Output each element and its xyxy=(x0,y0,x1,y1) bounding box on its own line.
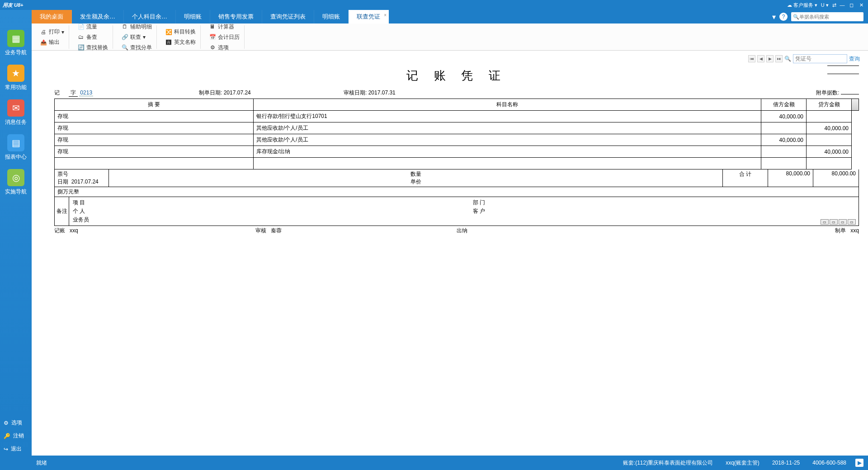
print-button[interactable]: 🖨打印 ▾ xyxy=(39,28,65,36)
barcode-input[interactable] xyxy=(799,14,862,19)
table-row[interactable]: 存现其他应收款/个人/员工40,000.00 xyxy=(55,134,859,146)
field-person: 个 人 xyxy=(73,208,85,214)
nav-exit[interactable]: ↪退出 xyxy=(0,442,32,456)
nav-logout[interactable]: 🔑注销 xyxy=(0,429,32,442)
title-bar: 用友 U8+ ☁ 客户服务 ▾ U ▾ ⇄ — ◻ ✕ xyxy=(0,0,868,10)
tab-overflow-menu[interactable]: ▾ xyxy=(772,13,776,21)
bill-date-label: 日期 xyxy=(57,179,68,185)
nav-business[interactable]: ▦业务导航 xyxy=(0,27,32,62)
voucher-prefix: 记 xyxy=(54,89,60,96)
bill-no-label: 票号 xyxy=(57,171,68,177)
total-label: 合 计 xyxy=(723,169,768,187)
tab-personal-subject[interactable]: 个人科目余… xyxy=(124,10,176,24)
sign-maker-label: 制单 xyxy=(835,227,846,234)
status-user: xxq(账套主管) xyxy=(726,459,760,467)
close-button[interactable]: ✕ xyxy=(857,2,865,8)
nav-messages[interactable]: ✉消息任务 xyxy=(0,97,32,132)
nav-reports-label: 报表中心 xyxy=(5,154,27,160)
voucher-title: 记 账 凭 证 xyxy=(54,68,859,84)
findrep-label: 查找替换 xyxy=(86,44,108,52)
find-replace-button[interactable]: 🔄查找替换 xyxy=(76,43,109,52)
find-split-button[interactable]: 🔍查找分单 xyxy=(120,43,153,52)
voucher-document: 记 账 凭 证 记 字 0213 制单日期: 2017.07.24 审核日期: … xyxy=(54,68,859,235)
calc-label: 计算器 xyxy=(218,23,234,31)
table-row[interactable]: 存现其他应收款/个人/员工40,000.00 xyxy=(55,122,859,134)
maximize-button[interactable]: ◻ xyxy=(848,2,856,8)
flow-icon: 📄 xyxy=(77,23,85,30)
total-debit: 80,000.00 xyxy=(768,169,813,187)
nav-impl[interactable]: ◎实施导航 xyxy=(0,166,32,201)
voucher-header: 记 字 0213 制单日期: 2017.07.24 审核日期: 2017.07.… xyxy=(54,89,859,97)
tab-close-icon[interactable]: × xyxy=(384,13,387,18)
sign-cashier-label: 出纳 xyxy=(457,227,467,234)
print-label: 打印 xyxy=(49,28,60,36)
attach-icon-3[interactable]: ▭ xyxy=(839,219,847,225)
nav-messages-label: 消息任务 xyxy=(5,119,27,125)
calc-icon: 🖩 xyxy=(209,23,216,30)
col-summary: 摘 要 xyxy=(55,99,254,111)
tab-strip: 我的桌面 发生额及余… 个人科目余… 明细账 销售专用发票 查询凭证列表 明细账… xyxy=(0,10,868,24)
english-name-button[interactable]: 🅰英文名称 xyxy=(164,38,197,47)
help-button[interactable]: ? xyxy=(779,13,788,21)
sign-audit-label: 审核 xyxy=(255,227,266,234)
output-button[interactable]: 📤输出 xyxy=(39,38,65,47)
nav-options[interactable]: ⚙选项 xyxy=(0,416,32,429)
col-subject: 科目名称 xyxy=(254,99,761,111)
voucher-stub-1 xyxy=(827,60,859,66)
next-page-button[interactable]: ▶ xyxy=(766,55,774,62)
nav-common[interactable]: ★常用功能 xyxy=(0,62,32,97)
attach-icon-1[interactable]: ▭ xyxy=(821,219,829,225)
tab-detail-1[interactable]: 明细账 xyxy=(176,10,210,24)
last-page-button[interactable]: ⏭ xyxy=(775,55,783,62)
acct-calendar-button[interactable]: 📅会计日历 xyxy=(208,33,241,42)
relquery-button[interactable]: 🔗联查 ▾ xyxy=(120,33,153,42)
customer-service-label: 客户服务 xyxy=(793,2,813,8)
tab-desktop[interactable]: 我的桌面 xyxy=(32,10,72,24)
customer-service-menu[interactable]: ☁ 客户服务 ▾ xyxy=(787,2,817,9)
voucher-table: 摘 要 科目名称 借方金额 贷方金额 存现银行存款/招行璧山支行1070140,… xyxy=(54,99,859,169)
col-debit: 借方金额 xyxy=(761,99,807,111)
voucher-stub-2 xyxy=(827,68,859,74)
voucher-number[interactable]: 0213 xyxy=(79,89,93,96)
nav-reports[interactable]: ▤报表中心 xyxy=(0,132,32,166)
table-scrollbar[interactable] xyxy=(852,99,859,111)
calculator-button[interactable]: 🖩计算器 xyxy=(208,23,241,31)
tab-balance[interactable]: 发生额及余… xyxy=(72,10,124,24)
tab-voucher-list[interactable]: 查询凭证列表 xyxy=(262,10,314,24)
attach-icon-2[interactable]: ▭ xyxy=(830,219,838,225)
find-icon: 🔄 xyxy=(77,44,85,51)
options-button[interactable]: ⚙选项 xyxy=(208,43,241,52)
status-go-button[interactable]: ▶ xyxy=(855,459,863,467)
nav-common-label: 常用功能 xyxy=(5,84,27,90)
tab-detail-2[interactable]: 明细账 xyxy=(314,10,349,24)
field-customer: 客 户 xyxy=(473,208,485,214)
report-icon: ▤ xyxy=(7,134,24,151)
first-page-button[interactable]: ⏮ xyxy=(748,55,755,62)
switch-icon: 🔀 xyxy=(165,28,172,36)
u-menu[interactable]: U ▾ xyxy=(821,2,829,8)
findsplit-label: 查找分单 xyxy=(130,44,152,52)
nav-business-label: 业务导航 xyxy=(5,49,27,56)
voucher-zi: 字 xyxy=(69,89,78,97)
barcode-search[interactable]: 🔍 xyxy=(791,12,863,21)
attach-icon-4[interactable]: ▭ xyxy=(848,219,856,225)
bill-date-value: 2017.07.24 xyxy=(71,179,99,185)
tab-link-voucher[interactable]: 联查凭证× xyxy=(349,10,389,24)
minimize-button[interactable]: — xyxy=(838,2,846,8)
flow-button[interactable]: 📄流量 xyxy=(76,23,109,31)
fallback-button[interactable]: 🗂备查 xyxy=(76,33,109,42)
sign-bookkeep-value: xxq xyxy=(70,227,78,234)
remark-label: 备注 xyxy=(55,197,69,226)
star-icon: ★ xyxy=(7,65,24,82)
field-project: 项 目 xyxy=(73,199,85,206)
table-row[interactable]: 存现库存现金/出纳40,000.00 xyxy=(55,146,859,158)
aux-detail-button[interactable]: 🗒辅助明细 xyxy=(120,23,153,31)
key-icon: 🔑 xyxy=(4,433,10,439)
subject-switch-button[interactable]: 🔀科目转换 xyxy=(164,28,197,36)
pin-icon[interactable]: ⇄ xyxy=(832,2,836,8)
calendar-icon: 📅 xyxy=(209,33,216,41)
prev-page-button[interactable]: ◀ xyxy=(757,55,764,62)
table-row[interactable]: 存现银行存款/招行璧山支行1070140,000.00 xyxy=(55,111,859,122)
tab-sales-invoice[interactable]: 销售专用发票 xyxy=(210,10,262,24)
attach-count[interactable] xyxy=(841,94,859,94)
